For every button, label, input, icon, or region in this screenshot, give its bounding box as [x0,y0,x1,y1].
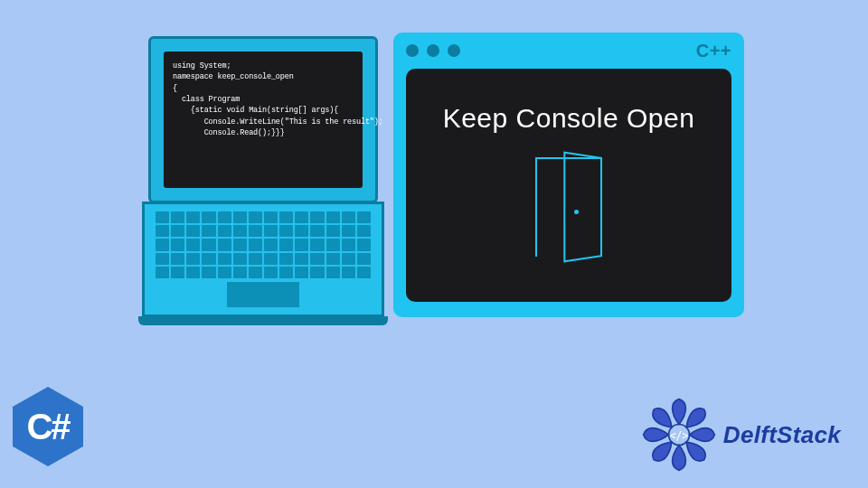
code-line: class Program [173,94,354,105]
language-label: C++ [696,41,731,61]
csharp-badge: C# [13,387,83,466]
mandala-icon: </> [642,398,716,472]
laptop-screen: using System; namespace keep_console_ope… [164,52,363,188]
code-line: {static void Main(string[] args){ [173,105,354,116]
laptop-edge [138,316,388,325]
window-control-dot [406,44,419,57]
code-line: using System; [173,61,354,71]
door-icon [535,157,602,257]
code-line: Console.WriteLine("This is the result"); [173,117,354,127]
code-line: namespace keep_console_open [173,71,354,82]
laptop-keyboard [156,211,371,278]
brand-text: DelftStack [723,421,841,449]
console-body: Keep Console Open [406,69,731,302]
hexagon-icon: C# [13,387,83,466]
laptop-illustration: using System; namespace keep_console_ope… [142,36,384,343]
delftstack-logo: </> DelftStack [642,398,841,472]
window-control-dot [448,44,460,57]
svg-text:</>: </> [669,429,688,442]
laptop-lid: using System; namespace keep_console_ope… [148,36,378,203]
laptop-base [142,202,384,317]
window-titlebar: C++ [393,33,744,69]
console-title: Keep Console Open [443,103,695,134]
window-control-dot [427,44,439,57]
code-line: { [173,83,354,94]
laptop-trackpad [227,282,299,307]
code-line: Console.Read();}}} [173,127,354,138]
csharp-text: C# [26,407,69,447]
console-window: C++ Keep Console Open [393,33,744,317]
